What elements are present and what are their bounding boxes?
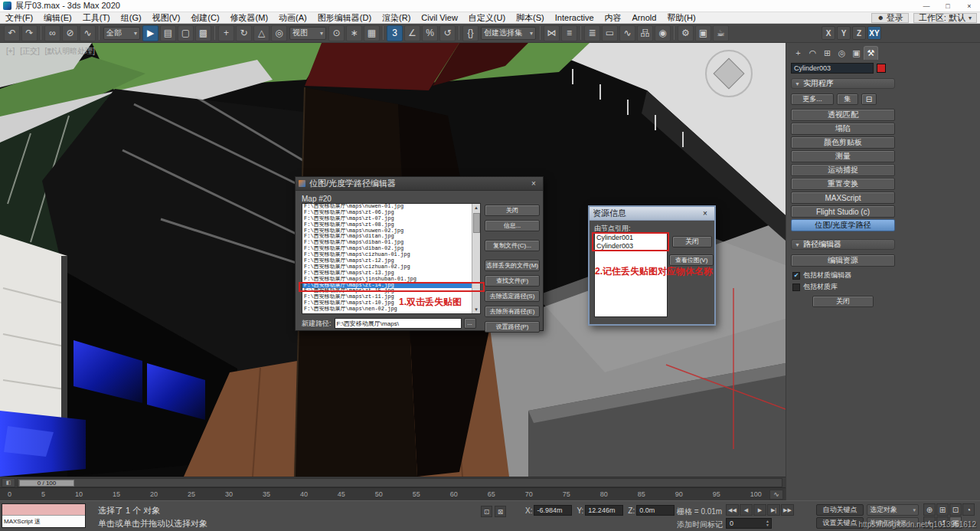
pe-button-select-missing-files[interactable]: 选择丢失的文件(M)	[485, 260, 540, 271]
menu-item-13[interactable]: Interactive	[550, 12, 599, 24]
menu-item-10[interactable]: Civil View	[416, 12, 462, 24]
motion-tab[interactable]: ◎	[835, 46, 849, 60]
file-path-row[interactable]: F:\西安移动展厅\maps\zt-07.jpg	[302, 216, 480, 222]
bind-spacewarp-icon[interactable]: ∿	[80, 25, 96, 41]
schematic-view-icon[interactable]: 品	[637, 25, 653, 41]
utility-button-7[interactable]: Flight Studio (c)	[791, 205, 895, 218]
spinner-snap-icon[interactable]: ↺	[439, 25, 456, 41]
login-button[interactable]: ☻ 登录	[871, 13, 908, 23]
close-icon[interactable]: ×	[959, 0, 980, 12]
menu-item-2[interactable]: 工具(T)	[77, 12, 116, 24]
play-icon[interactable]: ▶	[753, 504, 766, 516]
axis-constraint-y[interactable]: Y	[837, 26, 851, 40]
file-path-row[interactable]: F:\西安移动展厅\maps\diban-02.jpg	[302, 246, 480, 252]
select-object-icon[interactable]: ▶	[142, 25, 158, 41]
listener-row[interactable]: MAXScript 迷	[2, 516, 85, 527]
maxscript-mini-listener[interactable]: MAXScript 迷	[2, 503, 86, 528]
menu-item-16[interactable]: 帮助(H)	[662, 12, 701, 24]
percent-snap-icon[interactable]: %	[422, 25, 438, 41]
pe-button-copy-files[interactable]: 复制文件(C)...	[485, 240, 540, 251]
panel-close-button[interactable]: 关闭	[812, 296, 874, 307]
file-path-row[interactable]: F:\西安移动展厅\maps\zt-08.jpg	[302, 222, 480, 228]
select-scale-icon[interactable]: △	[253, 25, 270, 41]
menu-item-9[interactable]: 渲染(R)	[377, 12, 416, 24]
prev-frame-icon[interactable]: ◀	[740, 504, 753, 516]
include-material-editor-checkbox[interactable]: ✔ 包括材质编辑器	[792, 270, 851, 280]
utility-button-3[interactable]: 测量	[791, 150, 895, 162]
menu-item-0[interactable]: 文件(F)	[0, 12, 38, 24]
utilities-tab[interactable]: ⚒	[864, 46, 878, 60]
node-item[interactable]: Cylinder001	[595, 234, 667, 242]
new-path-input[interactable]: F:\西安移动展厅\maps\	[335, 318, 462, 329]
y-coordinate-field[interactable]: 12.246m	[585, 505, 623, 516]
x-coordinate-field[interactable]: -6.984m	[534, 505, 572, 516]
zoom-all-icon[interactable]: ⊞	[936, 503, 949, 516]
isolate-selection-icon[interactable]: ⊡	[481, 506, 492, 517]
redo-icon[interactable]: ↷	[21, 25, 38, 41]
use-pivot-center-icon[interactable]: ⊙	[328, 25, 345, 41]
time-tag-label[interactable]: 添加时间标记	[677, 520, 723, 530]
minimize-icon[interactable]: —	[916, 0, 937, 12]
menu-item-3[interactable]: 组(G)	[116, 12, 147, 24]
layer-manager-icon[interactable]: ≣	[584, 25, 600, 41]
auto-key-button[interactable]: 自动关键点	[816, 504, 864, 516]
file-path-row[interactable]: F:\西安移动展厅\maps\zt-14.jpg	[302, 283, 480, 289]
align-icon[interactable]: ≡	[561, 25, 577, 41]
axis-constraint-z[interactable]: Z	[852, 26, 866, 40]
axis-constraint-xy[interactable]: XY	[867, 26, 881, 40]
utility-button-8[interactable]: 位图/光度学路径	[791, 219, 895, 231]
select-link-icon[interactable]: ∞	[44, 25, 60, 41]
select-manipulate-icon[interactable]: ∗	[346, 25, 362, 41]
go-to-end-icon[interactable]: ▶▶	[781, 504, 794, 516]
utility-sets-button[interactable]: 集	[837, 93, 858, 105]
mirror-icon[interactable]: ⋈	[544, 25, 560, 41]
maximize-icon[interactable]: □	[937, 0, 959, 12]
select-by-name-icon[interactable]: ▤	[160, 25, 176, 41]
utility-button-6[interactable]: MAXScript	[791, 192, 895, 204]
pe-button-info[interactable]: 信息...	[485, 220, 540, 231]
menu-item-7[interactable]: 动画(A)	[273, 12, 312, 24]
undo-icon[interactable]: ↶	[4, 25, 20, 41]
fov-icon[interactable]: ◔	[962, 503, 975, 516]
select-rotate-icon[interactable]: ↻	[236, 25, 252, 41]
edit-resources-button[interactable]: 编辑资源	[791, 254, 895, 267]
menu-item-14[interactable]: 内容	[599, 12, 627, 24]
current-frame-field[interactable]: 0 ▲▼	[726, 518, 772, 529]
utility-button-1[interactable]: 塌陷	[791, 123, 895, 135]
scroll-down-icon[interactable]: ▼	[474, 306, 479, 313]
selection-filter-dropdown[interactable]: 全部▾	[103, 27, 140, 40]
macro-recorder-row[interactable]	[2, 504, 85, 516]
workspace-dropdown[interactable]: 工作区: 默认 ▾	[913, 13, 977, 23]
named-selection-dropdown[interactable]: 创建选择集▾	[481, 27, 536, 40]
file-path-row[interactable]: F:\西安移动展厅\maps\nuwen-02.jpg	[302, 228, 480, 234]
zoom-icon[interactable]: ⊕	[923, 503, 936, 516]
create-tab[interactable]: +	[791, 46, 805, 60]
menu-item-8[interactable]: 图形编辑器(D)	[312, 12, 377, 24]
file-path-row[interactable]: F:\西安移动展厅\maps\cizhuan-02.jpg	[302, 264, 480, 270]
file-path-row[interactable]: F:\西安移动展厅\maps\zt-13.jpg	[302, 270, 480, 277]
include-material-library-checkbox[interactable]: 包括材质库	[792, 282, 838, 292]
path-editor-rollout[interactable]: ▼ 路径编辑器	[791, 239, 895, 250]
file-path-row[interactable]: F:\西安移动展厅\maps\zt-15.jpg	[302, 288, 480, 294]
snap-toggle-3d-icon[interactable]: 3	[387, 25, 403, 41]
utility-button-4[interactable]: 运动捕捉	[791, 164, 895, 176]
ref-coordsys-dropdown[interactable]: 视图▾	[289, 27, 326, 40]
angle-snap-icon[interactable]: ∠	[404, 25, 420, 41]
view-bitmap-button[interactable]: 查看位图(V)	[669, 254, 714, 266]
timeslider-track[interactable]: 0 / 100	[17, 478, 782, 487]
close-icon[interactable]: ×	[699, 209, 711, 218]
menu-item-6[interactable]: 修改器(M)	[225, 12, 274, 24]
timeslider-handle[interactable]: 0 / 100	[19, 480, 74, 487]
material-editor-icon[interactable]: ◉	[655, 25, 671, 41]
file-list-scrollbar[interactable]: ▲ ▼	[472, 204, 480, 313]
utility-button-2[interactable]: 颜色剪贴板	[791, 136, 895, 149]
viewport-pov-menu[interactable]: [正交]	[20, 47, 40, 55]
utility-button-0[interactable]: 透视匹配	[791, 109, 895, 121]
pe-button-strip-all-paths[interactable]: 去除所有路径(E)	[485, 306, 540, 317]
display-tab[interactable]: ▣	[849, 46, 864, 60]
key-filter-dropdown[interactable]: 选定对象 ▾	[867, 504, 919, 516]
render-setup-icon[interactable]: ⚙	[678, 25, 694, 41]
menu-item-11[interactable]: 自定义(U)	[463, 12, 511, 24]
close-icon[interactable]: ×	[528, 179, 540, 188]
pe-button-find-files[interactable]: 查找文件(F)	[485, 275, 540, 287]
